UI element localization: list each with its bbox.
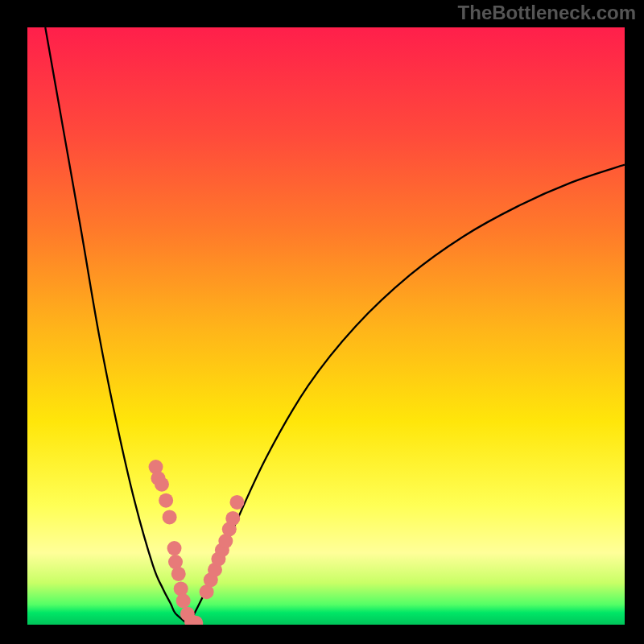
scatter-dot: [176, 593, 191, 608]
scatter-dot: [167, 541, 182, 555]
watermark-text: TheBottleneck.com: [458, 2, 636, 24]
scatter-dot: [159, 493, 173, 508]
right-curve: [188, 165, 625, 625]
scatter-dot: [163, 510, 177, 524]
scatter-dot: [171, 567, 186, 581]
scatter-dot: [155, 477, 169, 492]
scatter-dots: [149, 460, 245, 625]
left-curve: [45, 27, 188, 625]
scatter-dot: [225, 511, 240, 526]
scatter-dot: [229, 495, 244, 510]
plot-area: [27, 27, 625, 625]
chart-frame: TheBottleneck.com: [0, 0, 644, 644]
scatter-dot: [174, 581, 188, 596]
chart-svg: [27, 27, 625, 625]
